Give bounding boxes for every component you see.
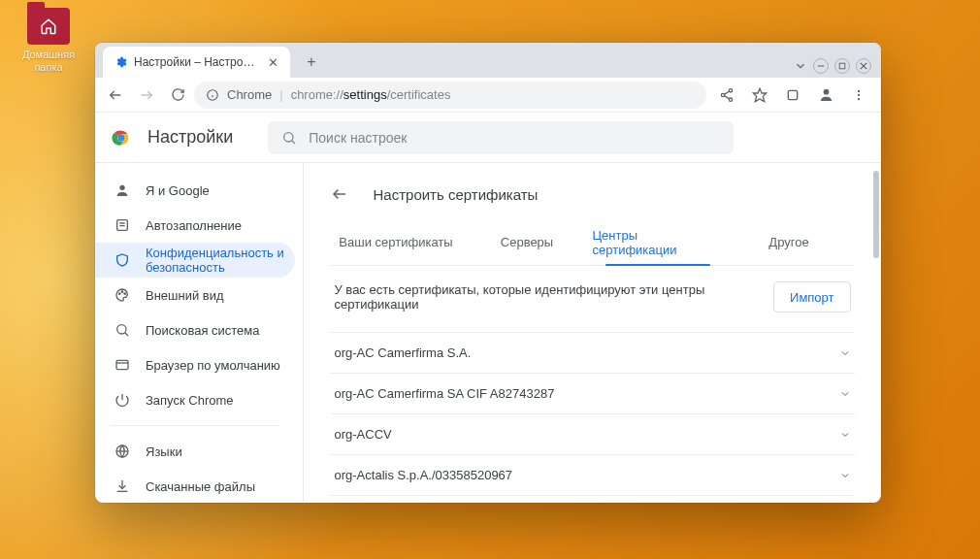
- chrome-logo-icon: [111, 127, 132, 148]
- sidebar-item-label: Скачанные файлы: [146, 479, 255, 494]
- settings-favicon-icon: [114, 55, 128, 69]
- sidebar-item-label: Внешний вид: [146, 288, 224, 303]
- settings-sidebar: Я и GoogleАвтозаполнениеКонфиденциальнос…: [95, 163, 303, 503]
- svg-point-33: [117, 325, 126, 334]
- sidebar-item-label: Конфиденциальность и безопасность: [146, 246, 285, 275]
- desktop-icon-label: Домашняя папка: [19, 49, 78, 74]
- cert-name: org-Actalis S.p.A./03358520967: [335, 468, 513, 482]
- svg-line-34: [125, 333, 128, 336]
- search-icon: [114, 322, 132, 338]
- svg-point-24: [284, 132, 293, 141]
- site-info-icon[interactable]: [206, 88, 219, 102]
- bookmark-icon[interactable]: [747, 82, 772, 108]
- back-button[interactable]: [101, 81, 130, 110]
- cert-tabs: Ваши сертификатыСерверыЦентры сертификац…: [331, 219, 855, 266]
- search-placeholder: Поиск настроек: [309, 130, 407, 146]
- sidebar-item-label: Я и Google: [146, 183, 210, 198]
- titlebar: Настройки – Настроить с ✕ +: [95, 43, 881, 78]
- page-back-button[interactable]: [331, 185, 354, 203]
- svg-line-14: [724, 95, 729, 98]
- svg-point-32: [124, 293, 125, 294]
- svg-point-26: [119, 185, 124, 190]
- cert-tab[interactable]: Ваши сертификаты: [331, 219, 462, 265]
- cert-row[interactable]: org-Actalis S.p.A./03358520967: [331, 454, 855, 495]
- chevron-down-icon: [839, 429, 851, 441]
- tab-overflow-icon[interactable]: [794, 59, 807, 73]
- sidebar-item-label: Языки: [146, 444, 182, 459]
- reload-button[interactable]: [163, 81, 192, 110]
- cert-row[interactable]: org-AC Camerfirma S.A.: [331, 332, 855, 373]
- minimize-button[interactable]: [813, 58, 829, 74]
- svg-line-25: [292, 140, 295, 143]
- download-icon: [114, 478, 132, 494]
- new-tab-button[interactable]: +: [298, 49, 325, 76]
- cert-name: org-AC Camerfirma SA CIF A82743287: [335, 386, 555, 401]
- maximize-button[interactable]: [834, 58, 850, 74]
- extensions-icon[interactable]: [780, 82, 805, 108]
- chevron-down-icon: [839, 388, 851, 400]
- globe-icon: [114, 444, 132, 459]
- close-window-button[interactable]: [856, 58, 871, 74]
- sidebar-item[interactable]: Конфиденциальность и безопасность: [95, 243, 295, 278]
- menu-icon[interactable]: [846, 82, 871, 108]
- sidebar-item[interactable]: Внешний вид: [95, 278, 295, 312]
- svg-point-30: [119, 293, 120, 294]
- svg-point-17: [823, 89, 829, 95]
- omnibox-url: chrome://settings/certificates: [291, 87, 451, 102]
- forward-button[interactable]: [132, 81, 161, 110]
- sidebar-item[interactable]: Скачанные файлы: [95, 469, 295, 503]
- desktop-home-folder[interactable]: Домашняя папка: [19, 8, 78, 74]
- shield-icon: [114, 252, 132, 268]
- svg-point-31: [121, 291, 122, 292]
- sidebar-item-label: Автозаполнение: [146, 218, 242, 233]
- sidebar-item-label: Запуск Chrome: [146, 393, 234, 408]
- close-tab-icon[interactable]: ✕: [266, 53, 280, 72]
- svg-rect-16: [788, 90, 797, 99]
- sidebar-item[interactable]: Браузер по умолчанию: [95, 347, 295, 382]
- svg-line-13: [724, 91, 729, 94]
- search-icon: [281, 130, 297, 146]
- cert-list: org-AC Camerfirma S.A.org-AC Camerfirma …: [331, 332, 855, 503]
- browser-icon: [114, 357, 132, 373]
- browser-window: Настройки – Настроить с ✕ +: [95, 43, 881, 503]
- chevron-down-icon: [839, 470, 851, 481]
- svg-point-19: [858, 93, 860, 95]
- svg-point-20: [858, 97, 860, 99]
- browser-tab[interactable]: Настройки – Настроить с ✕: [103, 47, 290, 78]
- sidebar-item[interactable]: Языки: [95, 434, 295, 469]
- settings-header: Настройки Поиск настроек: [95, 113, 881, 163]
- omnibox[interactable]: Chrome | chrome://settings/certificates: [194, 82, 706, 109]
- svg-marker-15: [753, 88, 766, 101]
- autofill-icon: [114, 217, 132, 233]
- profile-icon[interactable]: [813, 82, 838, 108]
- settings-search[interactable]: Поиск настроек: [268, 121, 734, 154]
- settings-main: Настроить сертификаты Ваши сертификатыСе…: [303, 163, 881, 503]
- svg-point-18: [858, 89, 860, 91]
- tab-title: Настройки – Настроить с: [134, 55, 260, 69]
- cert-name: org-AC Camerfirma S.A.: [335, 345, 472, 360]
- home-icon: [40, 17, 57, 35]
- address-bar: Chrome | chrome://settings/certificates: [95, 78, 881, 113]
- cert-name: org-ACCV: [335, 427, 392, 442]
- cert-tab[interactable]: Центры сертификации: [593, 219, 724, 265]
- page-title: Настроить сертификаты: [374, 186, 539, 203]
- svg-rect-35: [116, 360, 128, 369]
- sidebar-item[interactable]: Я и Google: [95, 173, 295, 208]
- app-title: Настройки: [147, 127, 233, 148]
- sidebar-item[interactable]: Автозаполнение: [95, 208, 295, 243]
- cert-description: У вас есть сертификаты, которые идентифи…: [335, 282, 763, 312]
- cert-row[interactable]: org-AC Camerfirma SA CIF A82743287: [331, 373, 855, 413]
- cert-tab[interactable]: Другое: [724, 219, 855, 265]
- sidebar-item-label: Поисковая система: [146, 323, 260, 338]
- sidebar-item[interactable]: Запуск Chrome: [95, 382, 295, 417]
- cert-tab[interactable]: Серверы: [462, 219, 593, 265]
- sidebar-item-label: Браузер по умолчанию: [146, 358, 280, 373]
- chevron-down-icon: [839, 347, 851, 359]
- cert-row[interactable]: org-ACCV: [331, 413, 855, 454]
- svg-rect-2: [839, 63, 845, 69]
- palette-icon: [114, 287, 132, 303]
- cert-row[interactable]: org-AffirmTrust: [331, 495, 855, 503]
- share-icon[interactable]: [714, 82, 739, 108]
- sidebar-item[interactable]: Поисковая система: [95, 312, 295, 347]
- import-button[interactable]: Импорт: [773, 281, 850, 312]
